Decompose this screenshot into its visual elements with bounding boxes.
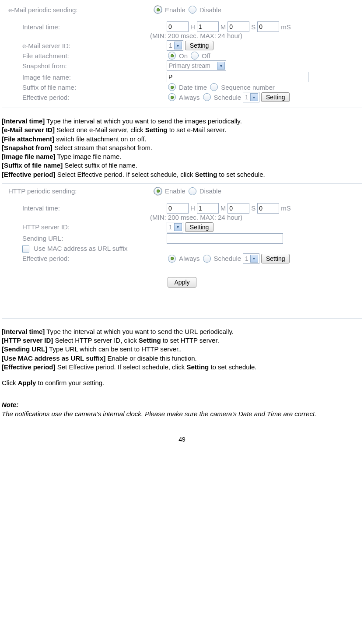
email-schedule-setting-button[interactable]: Setting: [261, 92, 290, 102]
s-unit2: S: [251, 204, 256, 212]
attach-on-radio[interactable]: [168, 52, 176, 60]
email-enable-radio[interactable]: [154, 6, 162, 14]
http-m-input[interactable]: [197, 203, 219, 214]
http-server-setting-button[interactable]: Setting: [185, 222, 214, 232]
off-label: Off: [202, 52, 210, 60]
d2-5a: Set Effective period. If select schedule…: [56, 363, 187, 371]
http-server-select[interactable]: 1 ▾: [167, 222, 183, 232]
h-unit2: H: [190, 204, 195, 212]
email-s-input[interactable]: [228, 21, 249, 32]
email-m-input[interactable]: [197, 21, 219, 32]
chevron-down-icon: ▾: [250, 93, 258, 101]
url-label: Sending URL:: [6, 235, 167, 242]
http-always-radio[interactable]: [168, 255, 176, 263]
d1-2d: to set e-Mail server.: [167, 126, 226, 133]
h-unit: H: [190, 23, 195, 31]
http-schedule-radio[interactable]: [203, 255, 211, 263]
email-server-val: 1: [169, 42, 172, 49]
note-title: Note:: [2, 401, 18, 408]
http-schedule-label: Schedule: [214, 255, 242, 262]
http-server-val: 1: [169, 224, 172, 231]
effective-always-radio[interactable]: [168, 93, 176, 101]
d2-2b: [HTTP server ID]: [2, 337, 53, 344]
note-text: The notifications use the camera's inter…: [2, 410, 362, 418]
email-ms-input[interactable]: [257, 21, 279, 32]
d1-3b: [File attachment]: [2, 135, 54, 143]
d1-2a: Select one e-Mail server, click: [55, 126, 145, 133]
email-schedule-select[interactable]: 1 ▾: [243, 92, 259, 102]
http-title: HTTP periodic sending:: [6, 187, 153, 195]
http-minmax: (MIN: 200 msec. MAX: 24 hour): [6, 214, 358, 221]
effective-schedule-radio[interactable]: [203, 93, 211, 101]
suffix-datetime-radio[interactable]: [168, 83, 176, 91]
http-server-label: HTTP server ID:: [6, 223, 167, 231]
chevron-down-icon: ▾: [174, 223, 182, 231]
mac-label: Use MAC address as URL suffix: [34, 245, 127, 252]
d2-4: Enable or disable this function.: [105, 354, 196, 362]
schedule-label: Schedule: [214, 94, 242, 101]
attach-off-radio[interactable]: [191, 52, 199, 60]
d1-7a: Select Effective period. If select sched…: [56, 171, 195, 178]
http-schedule-select[interactable]: 1 ▾: [243, 253, 259, 264]
email-server-setting-button[interactable]: Setting: [185, 41, 214, 50]
d2-3b: [Sending URL]: [2, 345, 47, 353]
mac-checkbox[interactable]: [22, 246, 29, 253]
d2-2a: Select HTTP server ID, click: [53, 337, 139, 344]
d1-1b: [Interval time]: [2, 117, 45, 125]
http-disable-radio[interactable]: [189, 187, 196, 195]
http-h-input[interactable]: [167, 203, 189, 214]
email-server-select[interactable]: 1 ▾: [167, 40, 183, 51]
effective-label: Effective period:: [6, 94, 167, 101]
email-disable-radio[interactable]: [189, 6, 196, 14]
http-enable-label: Enable: [165, 187, 186, 195]
d1-7b: [Effective period]: [2, 171, 56, 178]
email-minmax: (MIN: 200 msec. MAX: 24 hour): [6, 32, 358, 39]
url-input[interactable]: [167, 233, 283, 244]
on-label: On: [179, 52, 188, 60]
d2-5c: Setting: [186, 363, 209, 371]
imgname-input[interactable]: [167, 72, 308, 82]
snapshot-label: Snapshot from:: [6, 62, 167, 70]
snapshot-select[interactable]: Primary stream ▾: [167, 60, 226, 71]
ms-unit2: mS: [281, 204, 291, 212]
note-block: Note: The notifications use the camera's…: [2, 400, 362, 418]
mac-row: Use MAC address as URL suffix: [6, 245, 127, 253]
d2-1b: [Interval time]: [2, 328, 45, 335]
d2-1: Type the interval at which you want to s…: [45, 328, 234, 335]
d2-6b: Apply: [18, 379, 36, 386]
suffix-label: Suffix of file name:: [6, 84, 167, 91]
d1-2c: Setting: [145, 126, 168, 133]
http-ms-input[interactable]: [257, 203, 279, 214]
http-enable-radio[interactable]: [154, 187, 162, 195]
datetime-label: Date time: [179, 84, 207, 91]
interval-label: Interval time:: [6, 23, 167, 31]
email-server-label: e-Mail server ID:: [6, 42, 167, 49]
d2-6a: Click: [2, 379, 18, 386]
s-unit: S: [251, 23, 256, 31]
page-number: 49: [2, 436, 362, 443]
enable-label: Enable: [165, 6, 186, 14]
http-interval-label: Interval time:: [6, 204, 167, 212]
d2-2d: to set HTTP server.: [161, 337, 219, 344]
d1-4b: [Snapshot from]: [2, 144, 52, 151]
d1-4: Select stream that snapshot from.: [52, 144, 152, 151]
d2-2c: Setting: [139, 337, 161, 344]
d1-1: Type the interval at which you want to s…: [45, 117, 242, 125]
email-title: e-Mail periodic sending:: [6, 6, 153, 14]
d1-3: switch file attachment on or off.: [54, 135, 147, 143]
suffix-seq-radio[interactable]: [210, 83, 218, 91]
email-h-input[interactable]: [167, 21, 189, 32]
attach-label: File attachment:: [6, 52, 167, 60]
http-schedule-setting-button[interactable]: Setting: [261, 254, 290, 263]
http-s-input[interactable]: [228, 203, 249, 214]
m-unit2: M: [220, 204, 226, 212]
sched-val: 1: [245, 94, 248, 101]
apply-button[interactable]: Apply: [168, 277, 196, 288]
seqnum-label: Sequence number: [221, 84, 275, 91]
email-desc: [Interval time] Type the interval at whi…: [2, 117, 362, 179]
http-panel: HTTP periodic sending: Enable Disable In…: [2, 183, 362, 319]
snapshot-val: Primary stream: [169, 62, 210, 69]
chevron-down-icon: ▾: [250, 255, 258, 263]
d1-7c: Setting: [195, 171, 217, 178]
d2-5b: [Effective period]: [2, 363, 56, 371]
